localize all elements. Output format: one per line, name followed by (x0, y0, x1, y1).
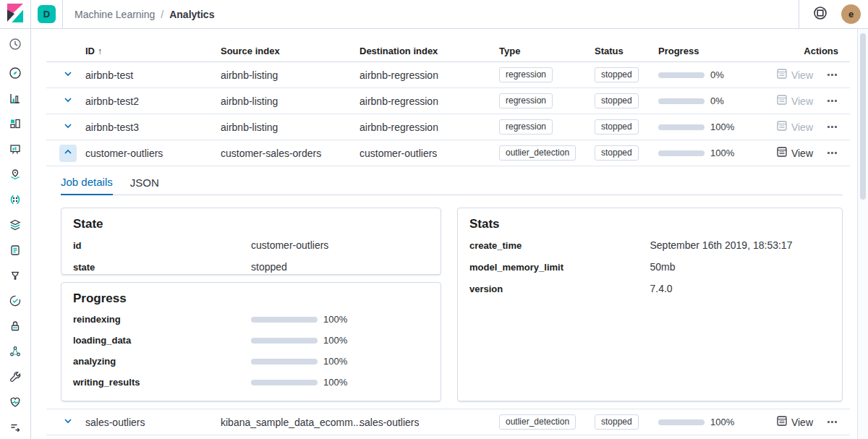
progress-row-label: reindexing (73, 314, 251, 325)
column-header-status[interactable]: Status (595, 46, 658, 56)
heartbeat-icon (9, 396, 22, 412)
sidebar-item-monitoring[interactable] (0, 391, 30, 416)
kibana-logo-container[interactable] (0, 0, 31, 28)
progress-percent: 100% (323, 314, 347, 325)
chevron-down-icon (64, 122, 72, 132)
cell-id: airbnb-test2 (85, 95, 221, 107)
state-panel-title: State (73, 217, 429, 231)
view-job-button[interactable]: View (777, 416, 813, 428)
progress-bar (251, 317, 318, 323)
row-actions-menu-icon[interactable] (826, 98, 838, 103)
progress-bar (658, 419, 705, 425)
tab-json[interactable]: JSON (130, 176, 159, 195)
progress-bar (658, 150, 705, 156)
sidebar-item-dashboard[interactable] (0, 112, 30, 137)
sidebar-item-siem[interactable] (0, 315, 30, 340)
state-row-value: customer-outliers (251, 239, 429, 251)
sidebar-item-apm[interactable] (0, 264, 30, 289)
expand-row-button[interactable] (59, 93, 77, 110)
logs-scroll-icon (9, 244, 22, 260)
user-avatar[interactable]: e (841, 4, 861, 24)
cell-id: sales-outliers (85, 417, 221, 428)
sidebar-item-machine-learning[interactable] (0, 188, 30, 213)
job-details-expanded-section: Job details JSON State id customer-outli… (46, 166, 850, 409)
kibana-logo-icon (7, 3, 24, 26)
sidebar-item-canvas[interactable] (0, 137, 30, 163)
vertical-scrollbar[interactable] (857, 29, 868, 439)
expand-row-button[interactable] (59, 67, 77, 84)
progress-percent: 100% (710, 122, 734, 132)
cell-source-index: kibana_sample_data_ecomm... (221, 417, 359, 428)
state-row: state stopped (73, 261, 429, 273)
sidebar-item-graph[interactable] (0, 340, 30, 365)
sidebar-item-visualize[interactable] (0, 87, 30, 112)
canvas-easel-icon (9, 142, 22, 158)
state-panel: State id customer-outliers state stopped (61, 208, 441, 275)
collapse-menu-icon (9, 421, 22, 437)
breadcrumb-current: Analytics (169, 9, 214, 20)
column-header-source-index[interactable]: Source index (221, 46, 359, 56)
help-circle-icon (813, 6, 827, 22)
sidebar-item-logs[interactable] (0, 239, 30, 264)
collapse-row-button[interactable] (59, 145, 77, 162)
view-job-button[interactable]: View (777, 147, 813, 159)
progress-percent: 0% (710, 95, 724, 106)
row-actions-menu-icon[interactable] (826, 72, 838, 77)
breadcrumb-separator: / (161, 9, 163, 20)
progress-row-label: analyzing (73, 356, 251, 367)
row-actions-menu-icon[interactable] (826, 419, 838, 425)
bar-chart-icon (9, 92, 22, 108)
status-badge: stopped (595, 414, 639, 430)
app-sidebar (0, 29, 31, 439)
sidebar-item-infrastructure[interactable] (0, 213, 30, 239)
progress-percent: 100% (323, 377, 347, 388)
type-badge: regression (499, 67, 553, 82)
job-details-tabs: Job details JSON (61, 176, 843, 195)
expand-row-button[interactable] (59, 414, 77, 431)
cell-source-index: airbnb-listing (221, 95, 359, 107)
column-header-type[interactable]: Type (499, 46, 595, 56)
table-row: airbnb-test3 airbnb-listing airbnb-regre… (46, 114, 850, 140)
column-header-destination-index[interactable]: Destination index (359, 46, 499, 56)
sidebar-item-dev-tools[interactable] (0, 365, 30, 391)
space-selector[interactable]: D (31, 0, 63, 28)
progress-percent: 0% (710, 69, 724, 80)
column-header-id[interactable]: ID↑ (85, 46, 221, 56)
sidebar-item-discover[interactable] (0, 61, 30, 87)
map-pin-icon (9, 168, 22, 184)
progress-row-label: writing_results (73, 377, 251, 388)
status-badge: stopped (595, 67, 639, 82)
sidebar-item-uptime[interactable] (0, 289, 30, 315)
type-badge: outlier_detection (499, 145, 576, 161)
progress-panel-title: Progress (73, 291, 429, 306)
stats-row: model_memory_limit 50mb (469, 261, 830, 273)
view-job-button[interactable]: View (777, 69, 813, 81)
cell-id: airbnb-test3 (85, 122, 221, 133)
scrollbar-thumb[interactable] (860, 33, 866, 200)
state-row-value: stopped (251, 261, 429, 273)
funnel-icon (9, 269, 22, 285)
graph-nodes-icon (9, 345, 22, 361)
cell-destination-index: sales-outliers (359, 417, 499, 428)
help-button[interactable] (811, 5, 830, 24)
stats-row-label: model_memory_limit (469, 262, 650, 273)
view-job-button[interactable]: View (777, 121, 813, 133)
sidebar-item-maps[interactable] (0, 163, 30, 188)
top-navigation-bar: D Machine Learning / Analytics e (0, 0, 868, 29)
table-row: airbnb-test airbnb-listing airbnb-regres… (46, 62, 850, 88)
progress-panel: Progress reindexing 100% loading_data 10… (61, 282, 441, 401)
dashboard-icon (9, 117, 22, 133)
sidebar-collapse-toggle[interactable] (0, 416, 30, 439)
chevron-up-icon (64, 148, 72, 158)
tab-job-details[interactable]: Job details (61, 176, 113, 195)
sidebar-item-recently-viewed[interactable] (0, 29, 30, 61)
space-badge[interactable]: D (38, 5, 56, 23)
table-view-icon (777, 121, 787, 133)
breadcrumb-parent[interactable]: Machine Learning (75, 9, 155, 20)
expand-row-button[interactable] (59, 119, 77, 136)
row-actions-menu-icon[interactable] (826, 150, 838, 155)
chevron-down-icon (64, 95, 72, 106)
view-job-button[interactable]: View (777, 95, 813, 107)
column-header-progress[interactable]: Progress (658, 46, 774, 56)
row-actions-menu-icon[interactable] (826, 124, 838, 129)
